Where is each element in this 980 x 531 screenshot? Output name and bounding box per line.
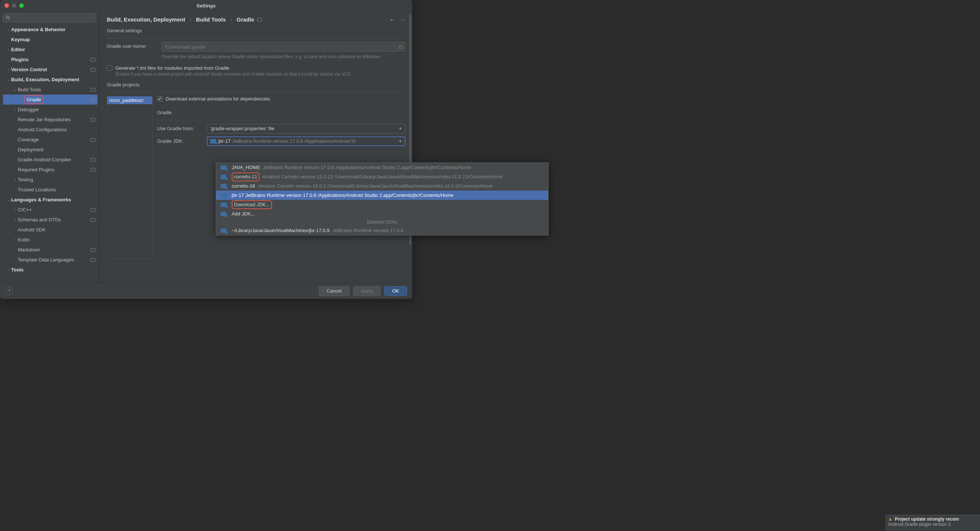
jdk-option-name: jbr-17 JetBrains Runtime version 17.0.6 … [232,193,453,198]
scope-badge-icon [91,98,95,102]
sidebar-item-debugger[interactable]: ›Debugger [3,105,97,115]
scope-badge-icon [91,88,95,92]
chevron-icon: › [13,238,18,242]
sidebar-item-deployment[interactable]: Deployment [3,145,97,155]
sidebar-item-label: Coverage [18,137,89,142]
gradle-jdk-value-name: jbr-17 [218,138,231,144]
scope-badge-icon [91,58,95,62]
scope-badge-icon [91,248,95,252]
gradle-jdk-select[interactable]: jbr-17 JetBrains Runtime version 17.0.6 … [207,136,406,146]
sidebar-item-label: Version Control [11,67,89,72]
sidebar-item-label: Schemas and DTDs [18,217,89,222]
sidebar-item-label: Template Data Languages [18,257,89,263]
sidebar-item-plugins[interactable]: Plugins [3,54,97,65]
use-gradle-from-select[interactable]: 'gradle-wrapper.properties' file ▼ [207,124,406,134]
jdk-option[interactable]: Download JDK... [216,200,548,209]
sidebar-item-keymap[interactable]: Keymap [3,35,97,45]
settings-search-input[interactable] [3,13,96,22]
folder-icon[interactable]: 🗀 [398,44,403,50]
jdk-option[interactable]: Add JDK... [216,209,548,218]
sidebar-item-required-plugins[interactable]: Required Plugins [3,165,97,175]
settings-tree: ›Appearance & BehaviorKeymap›EditorPlugi… [3,24,97,282]
chevron-icon: › [13,208,18,212]
sidebar-item-template-data-languages[interactable]: Template Data Languages [3,255,97,265]
nav-back-button[interactable]: ← [389,16,395,22]
titlebar: Settings [0,0,412,11]
jdk-option[interactable]: ~/Library/Java/JavaVirtualMachines/jbr-1… [216,226,548,235]
breadcrumb-c: Gradle [237,16,254,22]
gradle-user-home-placeholder: /Users/matt/.gradle [165,44,206,50]
jdk-option-detail: Amazon Corretto version 11.0.21 /Users/m… [262,174,503,179]
sidebar-item-c-c-[interactable]: ›C/C++ [3,205,97,215]
chevron-icon: › [6,67,11,72]
window-title: Settings [0,3,412,8]
gradle-user-home-input[interactable]: /Users/matt/.gradle 🗀 [162,42,406,51]
sidebar-item-android-sdk[interactable]: Android SDK [3,225,97,235]
sidebar-item-label: Debugger [18,107,95,112]
sidebar-item-label: C/C++ [18,207,89,212]
sidebar-item-testing[interactable]: ›Testing [3,175,97,185]
sidebar-item-gradle[interactable]: Gradle [3,94,97,105]
scope-badge-icon [91,158,95,162]
breadcrumb: Build, Execution, Deployment › Build Too… [107,15,406,28]
use-gradle-from-value: 'gradle-wrapper.properties' file [210,126,274,131]
sidebar-item-android-configurations[interactable]: Android Configurations [3,124,97,135]
jdk-option[interactable]: corretto-11 Amazon Corretto version 11.0… [216,172,548,181]
gradle-jdk-label: Gradle JDK: [157,138,202,144]
scope-badge-icon [257,18,262,22]
sidebar-item-appearance-behavior[interactable]: ›Appearance & Behavior [3,24,97,35]
gradle-project-item[interactable]: ncnn_paddleocr [107,96,152,104]
chevron-icon: › [6,27,11,32]
breadcrumb-b[interactable]: Build Tools [196,16,226,22]
sidebar-item-gradle-android-compiler[interactable]: Gradle-Android Compiler [3,155,97,165]
download-annotations-checkbox[interactable]: ✓ [157,96,163,102]
jdk-option[interactable]: corretto-18 Amazon Corretto version 18.0… [216,181,548,191]
gradle-user-home-label: Gradle user home: [107,42,156,49]
ok-button[interactable]: OK [384,286,407,296]
sidebar-item-label: Android Configurations [18,127,95,132]
notification-panel[interactable]: ▲Project update strongly recom Android G… [885,515,980,531]
sidebar-item-version-control[interactable]: ›Version Control [3,65,97,75]
gradle-projects-title: Gradle projects [107,82,406,88]
jdk-option[interactable]: JAVA_HOME JetBrains Runtime version 17.0… [216,163,548,172]
chevron-icon: ⌄ [13,88,18,92]
sidebar-item-trusted-locations[interactable]: Trusted Locations [3,185,97,195]
jdk-option-name: corretto-11 [232,172,259,181]
apply-button: Apply [353,286,381,296]
jdk-icon [221,228,226,233]
use-gradle-from-label: Use Gradle from: [157,126,202,131]
sidebar-item-markdown[interactable]: Markdown [3,245,97,255]
chevron-right-icon: › [230,16,232,22]
sidebar-item-schemas-and-dtds[interactable]: ›Schemas and DTDs [3,215,97,225]
sidebar-item-label: Appearance & Behavior [11,27,95,32]
jdk-option[interactable]: jbr-17 JetBrains Runtime version 17.0.6 … [216,191,548,200]
sidebar-item-label: Gradle-Android Compiler [18,157,89,163]
jdk-icon [221,165,226,170]
settings-content: Build, Execution, Deployment › Build Too… [99,11,412,282]
settings-window: Settings ›Appearance & BehaviorKeymap›Ed… [0,0,412,299]
gradle-projects-list[interactable]: ncnn_paddleocr [107,96,153,259]
gradle-jdk-dropdown[interactable]: JAVA_HOME JetBrains Runtime version 17.0… [216,163,549,236]
dropdown-section-title: Detected SDKs [216,218,548,226]
sidebar-item-remote-jar-repositories[interactable]: Remote Jar Repositories [3,115,97,124]
sidebar-item-build-execution-deployment[interactable]: ⌄Build, Execution, Deployment [3,75,97,85]
jdk-icon [221,212,226,216]
sidebar-item-editor[interactable]: ›Editor [3,45,97,54]
sidebar-item-kotlin[interactable]: ›Kotlin [3,235,97,245]
help-button[interactable]: ? [5,287,13,295]
sidebar-item-languages-frameworks[interactable]: ⌄Languages & Frameworks [3,195,97,205]
sidebar-item-build-tools[interactable]: ⌄Build Tools [3,85,97,94]
cancel-button[interactable]: Cancel [319,286,349,296]
notification-body: Android Gradle plugin version 3. [888,522,977,527]
jdk-option-name: corretto-18 [232,183,255,189]
jdk-option-name: Download JDK... [232,200,272,209]
jdk-option-detail: JetBrains Runtime version 17.0.6 /Applic… [263,165,471,170]
generate-iml-checkbox[interactable] [107,65,112,71]
download-annotations-label: Download external annotations for depend… [166,96,270,102]
breadcrumb-a[interactable]: Build, Execution, Deployment [107,16,185,22]
scope-badge-icon [91,168,95,172]
sidebar-item-label: Gradle [24,95,89,104]
gradle-group-title: Gradle [157,110,406,115]
sidebar-item-coverage[interactable]: Coverage [3,135,97,145]
sidebar-item-tools[interactable]: ›Tools [3,265,97,275]
